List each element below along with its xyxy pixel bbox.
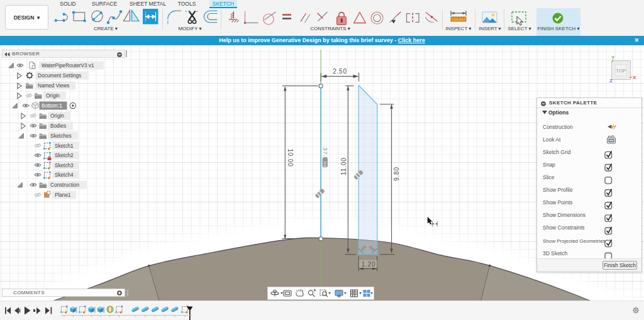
svg-text:Slice: Slice — [543, 174, 555, 180]
svg-text:Show Projected Geometries: Show Projected Geometries — [543, 238, 606, 244]
svg-text:Show Profile: Show Profile — [543, 187, 573, 193]
svg-text:1.20: 1.20 — [362, 261, 376, 268]
svg-text:Snap: Snap — [543, 162, 555, 168]
svg-text:Origin: Origin — [46, 93, 60, 99]
svg-text:Show Points: Show Points — [543, 199, 572, 206]
svg-text:Sketch4: Sketch4 — [55, 172, 74, 178]
svg-text:Plane1: Plane1 — [55, 192, 71, 198]
svg-text:X: X — [633, 75, 636, 80]
svg-text:Z: Z — [609, 78, 613, 84]
svg-text:Bodies: Bodies — [50, 123, 66, 129]
svg-text:11.00: 11.00 — [340, 157, 347, 175]
svg-text:Sketch Grid: Sketch Grid — [543, 149, 571, 155]
svg-text:Origin: Origin — [50, 113, 64, 119]
svg-text:Show Dimensions: Show Dimensions — [543, 212, 586, 218]
svg-text:Document Settings: Document Settings — [38, 73, 81, 79]
svg-text:3D Sketch: 3D Sketch — [543, 250, 567, 257]
svg-text:2.50: 2.50 — [333, 68, 347, 75]
svg-text:Construction: Construction — [543, 124, 573, 130]
svg-text:Look At: Look At — [543, 136, 561, 143]
svg-text:Y: Y — [611, 55, 615, 60]
svg-text:WaterPipeRouterV3 v1: WaterPipeRouterV3 v1 — [42, 63, 94, 69]
svg-text:Sketch1: Sketch1 — [55, 143, 74, 149]
svg-text:Sketches: Sketches — [50, 133, 72, 139]
svg-text:Construction: Construction — [50, 182, 79, 188]
svg-text:9.80: 9.80 — [393, 167, 400, 181]
svg-text:10.00: 10.00 — [287, 148, 294, 167]
svg-text:Show Constraints: Show Constraints — [543, 224, 585, 231]
svg-text:Named Views: Named Views — [38, 83, 69, 89]
svg-text:Sketch2: Sketch2 — [55, 153, 74, 158]
svg-text:Bottom:1: Bottom:1 — [42, 103, 62, 109]
svg-text:Sketch3: Sketch3 — [55, 163, 74, 168]
